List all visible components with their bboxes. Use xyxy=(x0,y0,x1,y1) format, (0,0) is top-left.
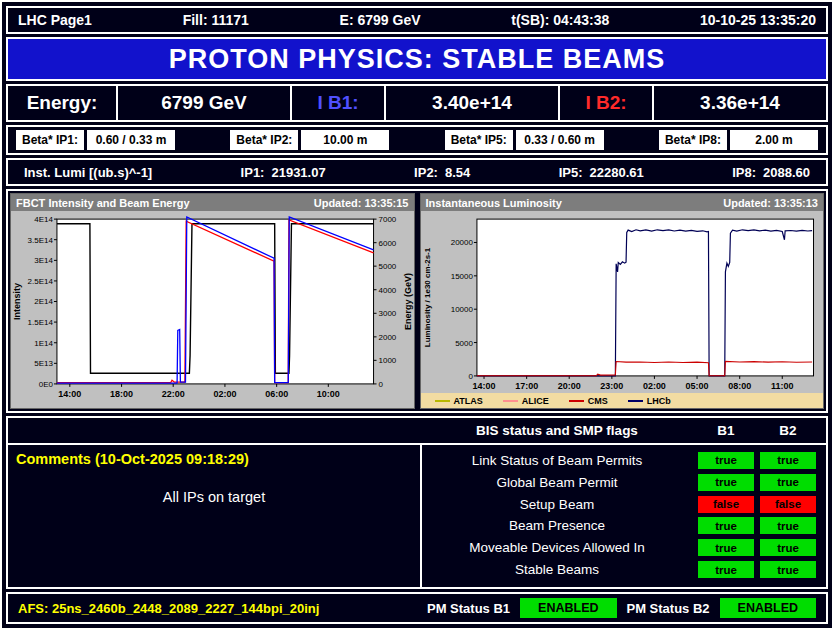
app-title: LHC Page1 xyxy=(18,12,92,28)
intensity-b1-value: 3.40e+14 xyxy=(384,84,560,122)
svg-text:20000: 20000 xyxy=(450,238,473,247)
inst-lumi-row: Inst. Lumi [(ub.s)^-1] IP1: 21931.07 IP2… xyxy=(6,158,828,186)
legend-lhcb: LHCb xyxy=(628,396,671,406)
svg-text:4E14: 4E14 xyxy=(34,215,53,224)
bis-row-beam-presence: Beam Presence true true xyxy=(422,517,816,534)
energy-row: Energy: 6799 GeV I B1: 3.40e+14 I B2: 3.… xyxy=(6,84,828,122)
svg-text:Energy (GeV): Energy (GeV) xyxy=(403,273,413,330)
page-title: PROTON PHYSICS: STABLE BEAMS xyxy=(6,37,828,81)
cms-swatch-icon xyxy=(569,400,584,402)
atlas-swatch-icon xyxy=(435,400,450,402)
fbct-chart-titlebar: FBCT Intensity and Beam Energy Updated: … xyxy=(11,194,414,211)
pm-status-b2-badge: ENABLED xyxy=(720,598,816,618)
svg-text:3.5E14: 3.5E14 xyxy=(28,236,54,245)
bis-col-b2: B2 xyxy=(760,423,816,438)
lumi-ip2-label: IP2: xyxy=(414,165,438,180)
bis-header-right: BIS status and SMP flags B1 B2 xyxy=(422,418,826,443)
lumi-chart-updated: Updated: 13:35:13 xyxy=(723,197,818,209)
lumi-ip1-value: 21931.07 xyxy=(271,165,325,180)
lumi-ip1: IP1: 21931.07 xyxy=(241,165,326,180)
instantaneous-luminosity-chart: 14:0017:0020:0023:0002:0005:0008:0011:00… xyxy=(421,211,824,393)
svg-text:0E0: 0E0 xyxy=(39,380,54,389)
svg-text:5000: 5000 xyxy=(379,262,397,271)
fbct-intensity-energy-chart: 14:0018:0022:0002:0006:0010:000E05E131E1… xyxy=(11,211,414,408)
top-status-bar: LHC Page1 Fill: 11171 E: 6799 GeV t(SB):… xyxy=(6,6,828,34)
svg-text:5E13: 5E13 xyxy=(34,359,53,368)
svg-text:10000: 10000 xyxy=(450,305,473,314)
svg-text:15000: 15000 xyxy=(450,272,473,281)
lumi-chart-title: Instantaneous Luminosity xyxy=(426,197,562,209)
bis-header-row: BIS status and SMP flags B1 B2 xyxy=(8,418,826,445)
beta-ip8-value: 2.00 m xyxy=(730,130,818,150)
status-badge: false xyxy=(698,496,754,513)
status-badge: true xyxy=(698,561,754,578)
beta-ip1-value: 0.60 / 0.33 m xyxy=(87,130,175,150)
legend-cms: CMS xyxy=(569,396,608,406)
fbct-chart-title: FBCT Intensity and Beam Energy xyxy=(16,197,190,209)
bis-row-label: Stable Beams xyxy=(422,562,692,577)
status-badge: true xyxy=(760,452,816,469)
lumi-chart-titlebar: Instantaneous Luminosity Updated: 13:35:… xyxy=(421,194,824,211)
svg-text:2000: 2000 xyxy=(379,333,397,342)
beam-energy: E: 6799 GeV xyxy=(340,12,421,28)
legend-cms-label: CMS xyxy=(588,396,608,406)
bis-row-moveable-devices: Moveable Devices Allowed In true true xyxy=(422,539,816,556)
pm-status-b1-badge: ENABLED xyxy=(520,598,616,618)
lumi-ip1-label: IP1: xyxy=(241,165,265,180)
bis-row-stable-beams: Stable Beams true true xyxy=(422,561,816,578)
legend-alice: ALICE xyxy=(503,396,549,406)
lumi-ip8: IP8: 2088.60 xyxy=(732,165,810,180)
svg-text:6000: 6000 xyxy=(379,239,397,248)
bis-header-spacer xyxy=(8,418,422,443)
beta-ip2: Beta* IP2: 10.00 m xyxy=(230,130,389,150)
svg-text:2.5E14: 2.5E14 xyxy=(28,277,54,286)
bis-row-setup-beam: Setup Beam false false xyxy=(422,496,816,513)
bis-row-link-status: Link Status of Beam Permits true true xyxy=(422,452,816,469)
svg-text:7000: 7000 xyxy=(379,215,397,224)
legend-atlas-label: ATLAS xyxy=(454,396,483,406)
intensity-b1-label: I B1: xyxy=(290,84,386,122)
legend-alice-label: ALICE xyxy=(522,396,549,406)
beta-ip8-label: Beta* IP8: xyxy=(659,130,727,150)
svg-text:11:00: 11:00 xyxy=(771,381,793,391)
datetime: 10-10-25 13:35:20 xyxy=(700,12,816,28)
svg-text:14:00: 14:00 xyxy=(58,389,81,399)
legend-lhcb-label: LHCb xyxy=(647,396,671,406)
lumi-chart-panel: Instantaneous Luminosity Updated: 13:35:… xyxy=(420,193,825,409)
bis-row-global-permit: Global Beam Permit true true xyxy=(422,474,816,491)
svg-text:2E14: 2E14 xyxy=(34,298,53,307)
beta-ip5-label: Beta* IP5: xyxy=(445,130,513,150)
bis-row-label: Global Beam Permit xyxy=(422,475,692,490)
svg-text:0: 0 xyxy=(379,380,384,389)
pm-status-b2-label: PM Status B2 xyxy=(627,601,710,616)
charts-area: FBCT Intensity and Beam Energy Updated: … xyxy=(6,189,828,413)
lumi-chart-body: 14:0017:0020:0023:0002:0005:0008:0011:00… xyxy=(421,211,824,408)
bis-row-label: Beam Presence xyxy=(422,518,692,533)
svg-text:17:00: 17:00 xyxy=(515,381,538,391)
lumi-ip8-value: 2088.60 xyxy=(763,165,810,180)
bis-flags-table: Link Status of Beam Permits true true Gl… xyxy=(422,445,826,587)
svg-text:1000: 1000 xyxy=(379,356,397,365)
lumi-ip5: IP5: 22280.61 xyxy=(559,165,644,180)
lumi-ip5-label: IP5: xyxy=(559,165,583,180)
status-badge: true xyxy=(698,539,754,556)
lhcb-swatch-icon xyxy=(628,400,643,402)
svg-text:08:00: 08:00 xyxy=(728,381,751,391)
status-badge: true xyxy=(760,561,816,578)
lumi-ip5-value: 22280.61 xyxy=(590,165,644,180)
status-badge: true xyxy=(760,517,816,534)
comments-panel: Comments (10-Oct-2025 09:18:29) All IPs … xyxy=(8,445,422,587)
svg-text:Intensity: Intensity xyxy=(12,283,22,320)
svg-text:1E14: 1E14 xyxy=(34,339,53,348)
svg-text:10:00: 10:00 xyxy=(317,389,340,399)
status-badge: true xyxy=(698,452,754,469)
svg-text:1.5E14: 1.5E14 xyxy=(28,318,54,327)
lumi-legend: ATLAS ALICE CMS LHCb xyxy=(421,393,824,408)
fbct-chart-body: 14:0018:0022:0002:0006:0010:000E05E131E1… xyxy=(11,211,414,408)
beta-ip1: Beta* IP1: 0.60 / 0.33 m xyxy=(16,130,175,150)
fill-number: Fill: 11171 xyxy=(183,12,249,28)
legend-atlas: ATLAS xyxy=(435,396,483,406)
svg-text:06:00: 06:00 xyxy=(265,389,288,399)
svg-text:0: 0 xyxy=(468,372,473,381)
svg-text:Luminosity / 1e30 cm-2s-1: Luminosity / 1e30 cm-2s-1 xyxy=(422,247,431,347)
